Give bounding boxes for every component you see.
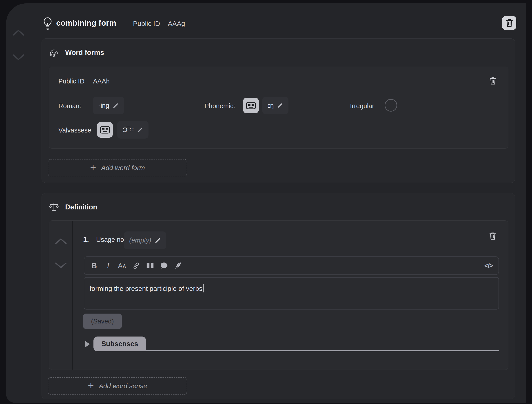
valvassese-value: Ɔ‾∷ [123,126,134,134]
chevron-down-icon [12,53,25,61]
add-word-form-label: Add word form [101,164,145,172]
bold-button[interactable]: B [90,261,98,271]
move-sense-up-button[interactable] [54,237,67,245]
move-entry-up-button[interactable] [12,29,25,38]
usage-note-chip[interactable]: (empty) [124,231,166,249]
add-word-form-button[interactable]: + Add word form [48,159,187,176]
link-button[interactable] [132,261,140,271]
definition-text-input[interactable]: forming the present participle of verbs [84,277,499,310]
phonemic-label: Phonemic: [204,102,235,110]
lightbulb-icon [43,17,52,30]
add-word-sense-button[interactable]: + Add word sense [48,377,187,395]
move-sense-down-button[interactable] [54,262,67,269]
definition-section: Definition 1. Usage note: (empty) B [42,193,515,399]
trash-icon [489,232,496,240]
word-forms-title: Word forms [65,49,104,57]
pencil-icon [137,127,143,133]
roman-value: -ing [98,102,109,109]
pencil-icon [277,103,283,108]
subsenses-tab[interactable]: Subsenses [94,337,146,351]
fingerprint-icon [49,47,59,58]
plus-icon: + [88,380,94,391]
valvassese-keyboard-button[interactable] [97,122,113,138]
definition-title: Definition [65,203,97,211]
add-word-sense-label: Add word sense [99,382,147,390]
code-view-button[interactable]: </> [484,261,493,271]
word-sense-entry: 1. Usage note: (empty) B I Aᴀ [49,221,508,370]
delete-word-form-button[interactable] [489,77,496,85]
definition-text: forming the present participle of verbs [90,285,203,292]
sense-number: 1. [83,235,89,244]
word-form-public-id-value: AAAh [93,78,110,85]
book-icon [146,262,154,269]
entry-public-id-value: AAAg [168,20,185,27]
book-button[interactable] [146,261,154,271]
phonemic-value-chip[interactable]: ɪŋ [262,97,288,114]
valvassese-value-chip[interactable]: Ɔ‾∷ [117,121,148,139]
text-size-button[interactable]: Aᴀ [118,261,126,271]
pencil-icon [113,103,119,108]
valvassese-label: Valvassese [58,127,91,134]
chevron-up-icon [54,237,67,245]
irregular-label: Irregular [350,102,374,110]
roman-label: Roman: [58,102,81,110]
quill-button[interactable] [174,261,182,271]
link-icon [132,262,140,269]
comment-button[interactable] [160,261,168,271]
delete-sense-button[interactable] [489,232,496,240]
chevron-up-icon [12,29,25,36]
word-forms-section: Word forms Public ID AAAh Roman: -ing Ph… [42,39,515,183]
subsenses-divider [146,350,499,351]
phonemic-keyboard-button[interactable] [243,98,259,113]
speech-bubble-icon [160,262,168,269]
quill-icon [174,262,182,269]
irregular-toggle[interactable] [385,99,397,111]
triangle-right-icon[interactable] [85,341,90,347]
sense-reorder-rail [49,221,73,370]
page-title: combining form [56,19,116,27]
move-entry-down-button[interactable] [12,53,25,63]
trash-icon [506,19,513,27]
word-form-public-id-label: Public ID [58,78,84,85]
entry-public-id-label: Public ID [133,20,160,27]
delete-entry-button[interactable] [502,16,516,30]
keyboard-icon [100,126,110,134]
roman-value-chip[interactable]: -ing [93,97,124,114]
text-caret [203,284,203,293]
phonemic-value: ɪŋ [268,102,274,109]
usage-note-value: (empty) [129,237,151,244]
chevron-down-icon [54,262,67,269]
word-form-entry: Public ID AAAh Roman: -ing Phonemic: [49,67,508,149]
scales-icon [49,202,59,212]
italic-button[interactable]: I [104,261,112,271]
saved-status-badge: (Saved) [83,313,122,329]
pencil-icon [155,237,161,243]
plus-icon: + [90,162,96,173]
keyboard-icon [246,102,256,109]
trash-icon [489,77,496,85]
editor-toolbar: B I Aᴀ [84,256,499,275]
